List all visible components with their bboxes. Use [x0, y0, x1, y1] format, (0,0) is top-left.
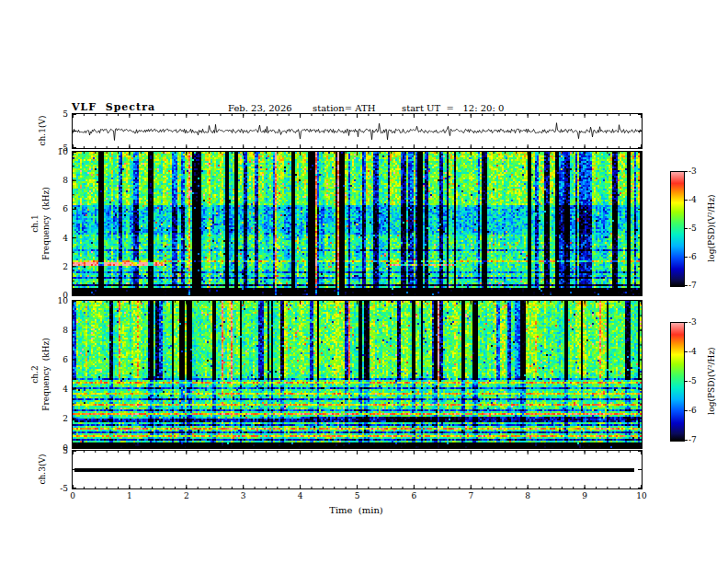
x-tick-label: 4: [291, 491, 310, 500]
ch1-spec-ytick-label: 6: [51, 204, 68, 213]
cb1-tick-label: -4: [688, 195, 697, 204]
ch1-spec-ylabel-channel: ch.1: [30, 214, 40, 232]
x-tick-label: 10: [632, 491, 651, 500]
ch2-spec-ytick-label: 2: [51, 414, 68, 423]
ch1-wave-ytick-label: 5: [51, 109, 68, 119]
ch1-spec-ytick-label: 8: [51, 176, 68, 185]
cb1-tick-mark: [685, 228, 688, 229]
x-tick-label: 3: [234, 491, 253, 500]
ch1-colorbar-label: log(PSD)(V²/Hz): [707, 194, 716, 261]
ch2-spec-ylabel-frequency: Frequency (kHz): [41, 338, 51, 410]
cb2-tick-label: -6: [688, 406, 697, 415]
vlf-spectra-figure: VLF Spectra Feb. 23, 2026 station= ATH s…: [0, 0, 728, 563]
cb2-tick-label: -5: [688, 376, 697, 385]
cb2-tick-label: -7: [688, 435, 697, 444]
cb2-tick-mark: [685, 440, 688, 441]
ch2-spec-ylabel-channel: ch.2: [30, 365, 40, 383]
x-tick-label: 6: [404, 491, 423, 500]
cb1-tick-label: -3: [688, 167, 697, 176]
ch3-waveform-plot: [72, 450, 643, 489]
ch1-colorbar: [670, 171, 685, 287]
ch2-spectrogram-plot: [72, 300, 643, 449]
ch2-spec-ytick-label: 6: [51, 355, 68, 364]
cb2-tick-label: -3: [688, 317, 697, 327]
ch2-colorbar-label: log(PSD)(V²/Hz): [707, 347, 716, 414]
cb1-tick-label: -7: [688, 281, 697, 290]
ch1-wave-ylabel: ch.1(V): [38, 116, 47, 146]
ch1-spec-ytick-label: 2: [51, 262, 68, 271]
cb1-tick-mark: [685, 285, 688, 286]
ch1-waveform-plot: [72, 113, 643, 149]
x-tick-label: 1: [120, 491, 139, 500]
cb2-tick-mark: [685, 322, 688, 323]
cb2-tick-mark: [685, 410, 688, 411]
cb2-tick-label: -4: [688, 347, 697, 356]
ch2-spec-ytick-label: 8: [51, 326, 68, 335]
cb1-tick-mark: [685, 200, 688, 201]
x-tick-label: 7: [461, 491, 480, 500]
ch3-wave-ylabel: ch.3(V): [38, 454, 47, 485]
ch1-wave-ytick-label: -5: [51, 144, 68, 153]
ch1-spec-ytick-label: 4: [51, 234, 68, 243]
ch1-spec-ylabel-frequency: Frequency (kHz): [41, 187, 51, 259]
cb1-tick-label: -5: [688, 224, 697, 233]
x-tick-label: 9: [575, 491, 594, 500]
start-ut-label: start UT = 12: 20: 0: [402, 103, 504, 113]
ch2-colorbar: [670, 322, 685, 442]
station-label: station= ATH: [313, 103, 375, 113]
date-label: Feb. 23, 2026: [228, 103, 292, 113]
cb1-tick-mark: [685, 257, 688, 258]
ch1-spectrogram-plot: [72, 151, 643, 296]
cb2-tick-mark: [685, 381, 688, 382]
ch3-wave-ytick-label: 5: [51, 446, 68, 455]
cb1-tick-mark: [685, 171, 688, 172]
ch2-spec-ytick-label: 4: [51, 385, 68, 394]
x-tick-label: 8: [518, 491, 537, 500]
x-axis-label: Time (min): [72, 505, 641, 515]
cb1-tick-label: -6: [688, 252, 697, 261]
figure-title: VLF Spectra: [72, 101, 155, 113]
x-tick-label: 2: [177, 491, 196, 500]
ch3-wave-ytick-label: -5: [51, 484, 68, 493]
x-tick-label: 5: [348, 491, 367, 500]
cb2-tick-mark: [685, 351, 688, 352]
ch2-spec-ytick-label: 10: [51, 296, 68, 305]
